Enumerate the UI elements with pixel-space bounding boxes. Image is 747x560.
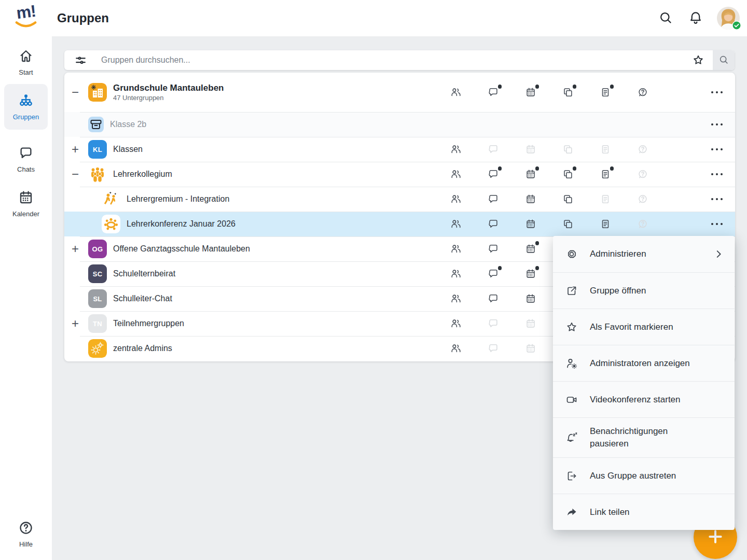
menu-item-video[interactable]: Videokonferenz starten xyxy=(553,381,735,417)
sidebar-item-label: Kalender xyxy=(12,210,39,218)
group-calendar-button[interactable] xyxy=(512,87,549,98)
group-members-button[interactable] xyxy=(437,293,475,304)
group-name: zentrale Admins xyxy=(113,343,172,354)
group-chat-button[interactable] xyxy=(475,169,512,180)
group-members-button[interactable] xyxy=(437,318,475,329)
group-members-button[interactable] xyxy=(437,343,475,354)
notification-dot xyxy=(535,266,540,270)
chat-icon xyxy=(488,293,499,304)
collapse-minus-icon[interactable]: − xyxy=(67,162,83,187)
group-files-button[interactable] xyxy=(549,193,587,205)
members-icon xyxy=(450,268,462,279)
row-menu-ellipsis-icon[interactable] xyxy=(699,212,735,236)
sidebar-item-gruppen[interactable]: Gruppen xyxy=(4,84,48,130)
group-help-button xyxy=(624,169,661,180)
menu-item-label: Aus Gruppe austreten xyxy=(590,470,676,482)
menu-item-external[interactable]: Gruppe öffnen xyxy=(553,272,735,309)
group-row[interactable]: −Lehrerkollegium xyxy=(64,162,735,187)
menu-item-share[interactable]: Link teilen xyxy=(553,494,735,530)
sidebar-item-chats[interactable]: Chats xyxy=(4,145,48,173)
group-notes-button[interactable] xyxy=(587,218,624,230)
expand-plus-icon[interactable]: + xyxy=(67,137,83,162)
group-calendar-button[interactable] xyxy=(512,293,549,304)
menu-item-person-gear[interactable]: Administratoren anzeigen xyxy=(553,345,735,381)
plus-icon xyxy=(707,528,724,547)
filter-sliders-icon[interactable] xyxy=(74,54,87,67)
org-icon xyxy=(18,93,34,110)
group-chat-button[interactable] xyxy=(475,268,512,279)
menu-item-star[interactable]: Als Favorit markieren xyxy=(553,309,735,345)
group-calendar-button[interactable] xyxy=(512,169,549,180)
group-chat-button[interactable] xyxy=(475,293,512,304)
menu-item-logout[interactable]: Aus Gruppe austreten xyxy=(553,457,735,494)
group-files-button[interactable] xyxy=(549,218,587,230)
menu-item-gear[interactable]: Administrieren xyxy=(553,236,735,272)
group-calendar-button[interactable] xyxy=(512,268,549,279)
row-menu-ellipsis-icon[interactable] xyxy=(699,187,735,212)
group-members-button[interactable] xyxy=(437,268,475,279)
group-row[interactable]: −Grundschule Mantauleben47 Untergruppen xyxy=(64,73,735,112)
group-notes-button[interactable] xyxy=(587,87,624,98)
favorites-filter-star-icon[interactable] xyxy=(692,54,704,66)
group-context-menu: AdministrierenGruppe öffnenAls Favorit m… xyxy=(553,236,735,530)
help-icon xyxy=(637,144,648,155)
sidebar-item-kalender[interactable]: Kalender xyxy=(4,190,48,218)
group-chat-button[interactable] xyxy=(475,193,512,205)
group-files-button[interactable] xyxy=(549,87,587,98)
header: m! Gruppen xyxy=(0,0,747,36)
sidebar-item-label: Hilfe xyxy=(19,540,33,548)
group-name: Grundschule Mantauleben xyxy=(113,82,224,93)
group-chat-button[interactable] xyxy=(475,218,512,230)
group-help-button xyxy=(624,218,661,230)
search-submit-button[interactable] xyxy=(713,50,735,70)
group-chat-button[interactable] xyxy=(475,243,512,255)
group-row[interactable]: Lehrergremium - Integration xyxy=(64,187,735,212)
chat-icon xyxy=(488,87,499,98)
group-avatar-crowd xyxy=(88,165,107,184)
app-logo[interactable]: m! xyxy=(12,3,39,30)
collapse-minus-icon[interactable]: − xyxy=(67,73,83,112)
notification-dot xyxy=(535,85,540,89)
group-members-button[interactable] xyxy=(437,87,475,98)
notification-dot xyxy=(535,166,540,171)
group-avatar: SL xyxy=(88,289,107,308)
group-calendar-button[interactable] xyxy=(512,193,549,205)
group-files-button[interactable] xyxy=(549,169,587,180)
search-input[interactable] xyxy=(87,55,692,65)
group-notes-button[interactable] xyxy=(587,169,624,180)
notifications-button[interactable] xyxy=(687,9,704,27)
group-members-button[interactable] xyxy=(437,144,475,155)
group-row[interactable]: Lehrerkonferenz Januar 2026 xyxy=(64,212,735,236)
group-name: Schulleiter-Chat xyxy=(113,293,172,304)
star-icon xyxy=(565,321,579,333)
row-menu-ellipsis-icon[interactable] xyxy=(699,162,735,187)
notes-icon xyxy=(600,169,611,180)
expand-plus-icon[interactable]: + xyxy=(67,311,83,336)
bell-snooze-icon xyxy=(565,431,579,444)
group-members-button[interactable] xyxy=(437,193,475,205)
sidebar-item-start[interactable]: Start xyxy=(4,48,48,76)
chat-icon xyxy=(488,193,499,205)
row-menu-ellipsis-icon[interactable] xyxy=(699,73,735,112)
group-calendar-button[interactable] xyxy=(512,218,549,230)
group-calendar-button[interactable] xyxy=(512,243,549,255)
group-members-button[interactable] xyxy=(437,218,475,230)
group-avatar-school xyxy=(88,83,107,102)
row-menu-ellipsis-icon[interactable] xyxy=(699,112,735,137)
user-avatar[interactable] xyxy=(717,7,740,30)
expand-plus-icon[interactable]: + xyxy=(67,236,83,261)
row-menu-ellipsis-icon[interactable] xyxy=(699,137,735,162)
group-help-button[interactable] xyxy=(624,87,661,98)
person-gear-icon xyxy=(565,357,579,370)
header-search-button[interactable] xyxy=(657,9,674,27)
group-chat-button[interactable] xyxy=(475,87,512,98)
group-members-button[interactable] xyxy=(437,243,475,255)
group-row[interactable]: Klasse 2b xyxy=(64,112,735,137)
menu-item-bell-snooze[interactable]: Benachrichtigungen pausieren xyxy=(553,417,735,457)
calendar-icon xyxy=(525,268,536,279)
sidebar-item-hilfe[interactable]: Hilfe xyxy=(4,520,48,548)
group-row[interactable]: +KLKlassen xyxy=(64,137,735,162)
group-members-button[interactable] xyxy=(437,169,475,180)
files-icon xyxy=(562,193,574,205)
logout-icon xyxy=(565,470,579,482)
